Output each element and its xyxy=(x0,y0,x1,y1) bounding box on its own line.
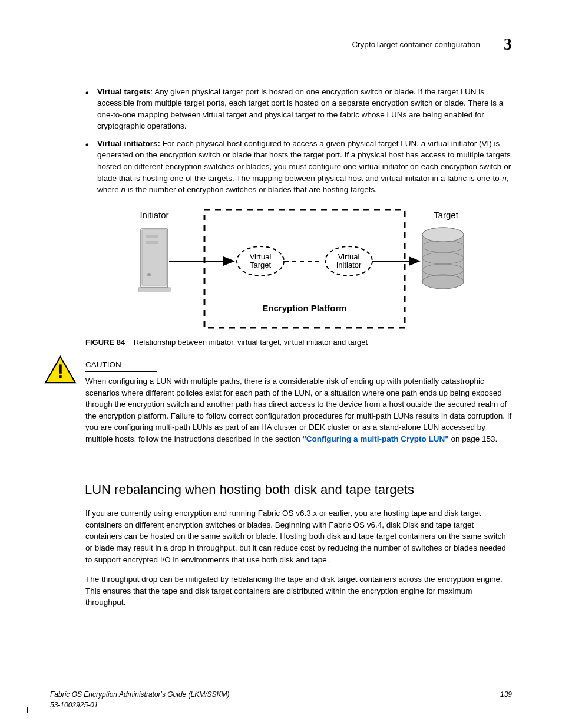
figure-caption: FIGURE 84 Relationship between initiator… xyxy=(85,337,512,348)
bullet-term: Virtual targets xyxy=(97,87,151,96)
bullet-term: Virtual initiators: xyxy=(97,139,160,148)
caution-divider xyxy=(85,452,191,452)
caution-text: When configuring a LUN with multiple pat… xyxy=(85,375,512,444)
svg-rect-2 xyxy=(142,230,167,285)
footer-guide-title: Fabric OS Encryption Administrator's Gui… xyxy=(50,690,230,700)
figure-label: FIGURE 84 xyxy=(85,338,125,347)
header-title: CryptoTarget container configuration xyxy=(352,39,480,51)
svg-rect-3 xyxy=(146,235,158,238)
diagram-vt-label1: Virtual xyxy=(250,252,272,261)
caution-link[interactable]: "Configuring a multi-path Crypto LUN" xyxy=(302,434,448,443)
diagram-svg: Initiator Target xyxy=(134,205,464,335)
svg-point-13 xyxy=(422,228,464,242)
bullet-italic-a: n, xyxy=(502,174,508,183)
footer-page-number: 139 xyxy=(500,690,512,710)
diagram-initiator-label: Initiator xyxy=(140,210,168,220)
figure-84: Initiator Target xyxy=(85,205,512,348)
svg-rect-22 xyxy=(59,375,61,378)
bullet-text-c: is the number of encryption switches or … xyxy=(125,185,377,194)
page-header: CryptoTarget container configuration 3 xyxy=(50,32,512,57)
svg-rect-21 xyxy=(59,364,61,373)
bullet-virtual-initiators: Virtual initiators: For each physical ho… xyxy=(85,138,512,196)
caution-heading: CAUTION xyxy=(85,359,157,373)
page-footer: Fabric OS Encryption Administrator's Gui… xyxy=(50,690,512,710)
diagram-vt-label2: Target xyxy=(250,261,272,269)
svg-point-9 xyxy=(422,275,464,289)
change-bar xyxy=(27,707,28,713)
svg-rect-4 xyxy=(146,241,158,244)
footer-doc-number: 53-1002925-01 xyxy=(50,700,230,710)
svg-rect-6 xyxy=(138,288,170,291)
chapter-number: 3 xyxy=(504,32,512,57)
bullet-text: Any given physical target port is hosted… xyxy=(97,87,503,131)
figure-caption-text: Relationship between initiator, virtual … xyxy=(134,338,368,347)
section-p2: The throughput drop can be mitigated by … xyxy=(85,574,512,608)
section-p1: If you are currently using encryption an… xyxy=(85,508,512,565)
bullet-italic-b: n xyxy=(121,185,126,194)
initiator-icon xyxy=(138,229,170,291)
target-icon xyxy=(422,228,464,289)
diagram-vi-label2: Initiator xyxy=(336,261,362,269)
svg-point-5 xyxy=(147,273,151,276)
caution-icon xyxy=(44,355,77,388)
bullet-virtual-targets: Virtual targets: Any given physical targ… xyxy=(85,86,512,132)
bullet-text-b: where xyxy=(97,185,121,194)
diagram-target-label: Target xyxy=(434,210,459,220)
caution-text-b: on page 153. xyxy=(449,434,498,443)
section-heading: LUN rebalancing when hosting both disk a… xyxy=(85,480,512,499)
diagram-vi-label1: Virtual xyxy=(338,252,360,261)
diagram-platform-label: Encryption Platform xyxy=(262,303,346,313)
caution-text-a: When configuring a LUN with multiple pat… xyxy=(85,377,511,443)
